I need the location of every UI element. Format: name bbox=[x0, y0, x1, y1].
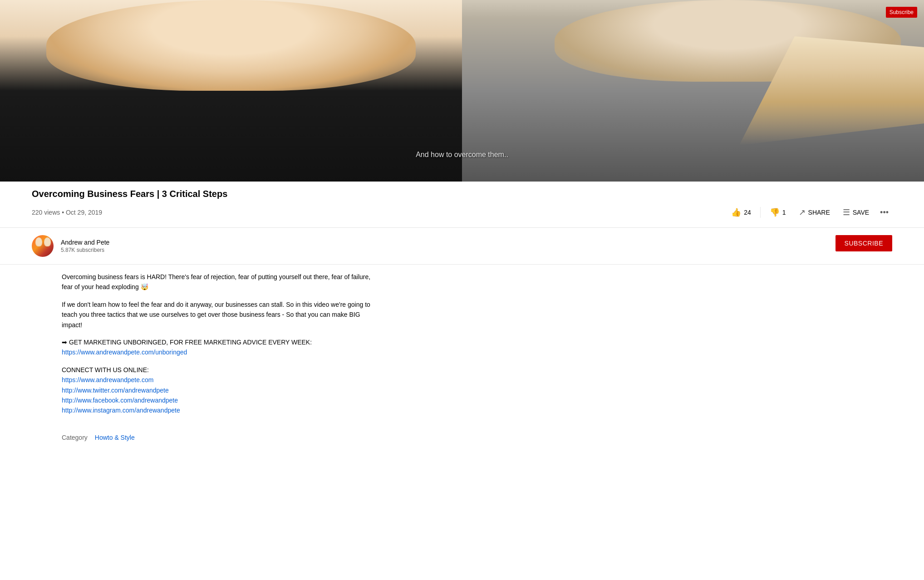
description-connect: CONNECT WITH US ONLINE: https://www.andr… bbox=[62, 365, 379, 416]
description-cta: ➡ GET MARKETING UNBORINGED, FOR FREE MAR… bbox=[62, 337, 379, 358]
channel-left: Andrew and Pete 5.87K subscribers bbox=[32, 235, 109, 257]
description-para1: Overcoming business fears is HARD! There… bbox=[62, 272, 379, 292]
video-views-date: 220 views • Oct 29, 2019 bbox=[32, 209, 102, 216]
subscribe-overlay-btn[interactable]: Subscribe bbox=[886, 7, 917, 18]
cta-link[interactable]: https://www.andrewandpete.com/unboringed bbox=[62, 349, 187, 356]
video-info: Overcoming Business Fears | 3 Critical S… bbox=[0, 182, 924, 228]
dislike-button[interactable]: 👎 1 bbox=[764, 204, 791, 221]
video-actions: 👍 24 👎 1 ↗ SHARE ☰ SAVE ••• bbox=[726, 204, 892, 221]
like-dislike-divider bbox=[760, 207, 761, 218]
thumbs-down-icon: 👎 bbox=[770, 207, 780, 217]
connect-label: CONNECT WITH US ONLINE: bbox=[62, 366, 149, 374]
social-link-instagram[interactable]: http://www.instagram.com/andrewandpete bbox=[62, 407, 180, 414]
category-label: Category bbox=[62, 434, 88, 441]
cta-label: ➡ GET MARKETING UNBORINGED, FOR FREE MAR… bbox=[62, 339, 312, 346]
person-left bbox=[0, 0, 462, 182]
subscribe-button[interactable]: SUBSCRIBE bbox=[836, 235, 892, 251]
channel-avatar[interactable] bbox=[32, 235, 54, 257]
video-caption: And how to overcome them.. bbox=[416, 151, 508, 159]
save-label: SAVE bbox=[853, 209, 869, 216]
channel-name[interactable]: Andrew and Pete bbox=[61, 239, 109, 246]
social-link-twitter[interactable]: http://www.twitter.com/andrewandpete bbox=[62, 387, 169, 394]
social-link-website[interactable]: https://www.andrewandpete.com bbox=[62, 376, 153, 383]
save-icon: ☰ bbox=[843, 207, 850, 217]
dislike-count: 1 bbox=[782, 209, 786, 216]
save-button[interactable]: ☰ SAVE bbox=[837, 204, 875, 221]
share-label: SHARE bbox=[808, 209, 830, 216]
more-icon: ••• bbox=[880, 208, 889, 217]
like-button[interactable]: 👍 24 bbox=[726, 204, 757, 221]
more-options-button[interactable]: ••• bbox=[876, 204, 892, 221]
person-right bbox=[462, 0, 924, 182]
video-meta-row: 220 views • Oct 29, 2019 👍 24 👎 1 ↗ SHAR… bbox=[32, 204, 892, 227]
like-count: 24 bbox=[744, 209, 751, 216]
channel-subscribers: 5.87K subscribers bbox=[61, 247, 109, 253]
video-thumbnail: And how to overcome them.. Subscribe bbox=[0, 0, 924, 182]
description-section: Overcoming business fears is HARD! There… bbox=[0, 265, 924, 430]
description-text: Overcoming business fears is HARD! There… bbox=[62, 272, 379, 416]
channel-section: Andrew and Pete 5.87K subscribers SUBSCR… bbox=[0, 228, 924, 265]
channel-info: Andrew and Pete 5.87K subscribers bbox=[61, 239, 109, 253]
video-title: Overcoming Business Fears | 3 Critical S… bbox=[32, 189, 892, 199]
category-value[interactable]: Howto & Style bbox=[95, 434, 135, 441]
social-link-facebook[interactable]: http://www.facebook.com/andrewandpete bbox=[62, 397, 178, 404]
description-para2: If we don't learn how to feel the fear a… bbox=[62, 300, 379, 330]
video-player[interactable]: And how to overcome them.. Subscribe bbox=[0, 0, 924, 182]
share-icon: ↗ bbox=[799, 207, 806, 217]
thumbs-up-icon: 👍 bbox=[731, 207, 741, 217]
share-button[interactable]: ↗ SHARE bbox=[793, 204, 836, 221]
category-row: Category Howto & Style bbox=[0, 430, 924, 448]
